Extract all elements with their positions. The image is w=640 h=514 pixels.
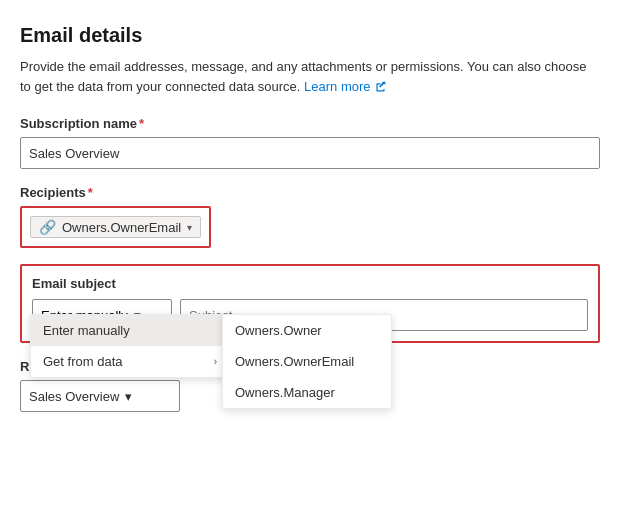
subscription-name-label: Subscription name* xyxy=(20,116,620,131)
recipients-chevron-icon: ▾ xyxy=(187,222,192,233)
dropdown-item-get-from-data[interactable]: Get from data › xyxy=(31,346,229,377)
dropdown-item-enter-manually[interactable]: Enter manually xyxy=(31,315,229,346)
recipients-tag-value: Owners.OwnerEmail xyxy=(62,220,181,235)
subscription-name-group: Subscription name* xyxy=(20,116,620,169)
page-title: Email details xyxy=(20,24,620,47)
report-page-value: Sales Overview xyxy=(29,389,119,404)
learn-more-link[interactable]: Learn more xyxy=(304,77,386,97)
report-page-chevron-icon: ▾ xyxy=(125,389,132,404)
report-page-dropdown[interactable]: Sales Overview ▾ xyxy=(20,380,180,412)
email-subject-dropdown-menu: Enter manually Get from data › xyxy=(30,314,230,378)
page-description: Provide the email addresses, message, an… xyxy=(20,57,600,96)
recipients-dropdown[interactable]: 🔗 Owners.OwnerEmail ▾ xyxy=(20,206,211,248)
submenu-item-owners-owner[interactable]: Owners.Owner xyxy=(223,315,391,346)
email-subject-outer-box: Email subject Enter manually ▾ Enter man… xyxy=(20,264,600,343)
submenu-item-owners-owneremail[interactable]: Owners.OwnerEmail xyxy=(223,346,391,377)
submenu-item-owners-manager[interactable]: Owners.Manager xyxy=(223,377,391,408)
recipients-label: Recipients* xyxy=(20,185,620,200)
email-subject-submenu: Owners.Owner Owners.OwnerEmail Owners.Ma… xyxy=(222,314,392,409)
recipients-tag: 🔗 Owners.OwnerEmail ▾ xyxy=(30,216,201,238)
email-subject-label: Email subject xyxy=(32,276,588,291)
email-subject-group: Email subject Enter manually ▾ Enter man… xyxy=(20,264,620,343)
submenu-arrow-icon: › xyxy=(214,356,217,367)
external-link-icon xyxy=(374,80,387,93)
recipients-group: Recipients* 🔗 Owners.OwnerEmail ▾ xyxy=(20,185,620,248)
link-icon: 🔗 xyxy=(39,219,56,235)
subscription-name-input[interactable] xyxy=(20,137,600,169)
